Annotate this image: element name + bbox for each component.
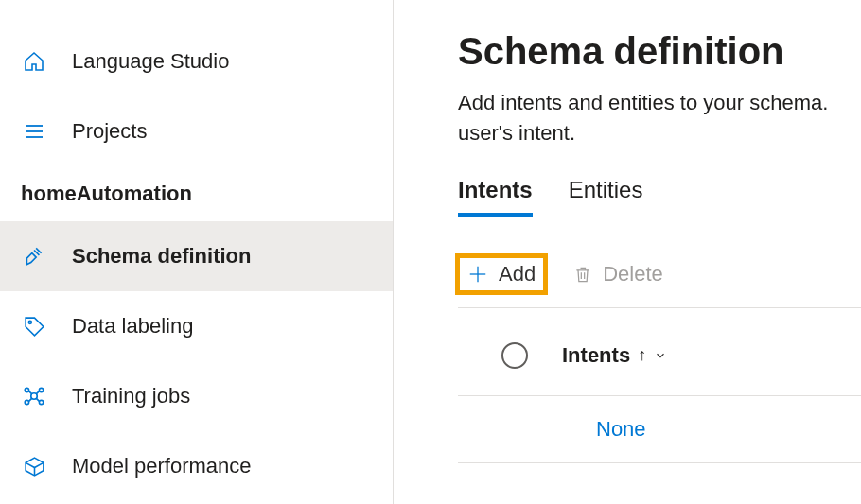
sort-ascending-icon: ↑ xyxy=(638,345,646,365)
sidebar: Language Studio Projects homeAutomation … xyxy=(0,0,394,504)
delete-button[interactable]: Delete xyxy=(564,256,673,292)
nav-label: Training jobs xyxy=(72,384,190,408)
add-label: Add xyxy=(499,262,536,287)
delete-label: Delete xyxy=(603,262,663,287)
chevron-down-icon xyxy=(654,349,667,362)
svg-point-3 xyxy=(28,321,31,323)
svg-point-6 xyxy=(39,388,43,391)
home-icon xyxy=(21,50,47,73)
nav-label: Language Studio xyxy=(72,49,229,74)
tag-icon xyxy=(21,315,47,339)
sidebar-item-schema-definition[interactable]: Schema definition xyxy=(0,221,393,291)
column-header-intents[interactable]: Intents ↑ xyxy=(562,343,667,368)
page-subtitle: Add intents and entities to your schema.… xyxy=(458,88,861,148)
svg-point-8 xyxy=(39,400,43,404)
nav-label: Projects xyxy=(72,119,147,144)
tab-bar: Intents Entities xyxy=(458,177,861,217)
table-header: Intents ↑ xyxy=(458,342,861,396)
trash-icon xyxy=(573,264,592,285)
nav-label: Model performance xyxy=(72,454,252,478)
nav-label: Data labeling xyxy=(72,314,193,339)
sidebar-item-training-jobs[interactable]: Training jobs xyxy=(0,361,393,431)
svg-line-11 xyxy=(29,398,32,401)
cube-icon xyxy=(21,455,47,478)
nav-label: Schema definition xyxy=(72,244,251,269)
svg-line-12 xyxy=(36,398,39,401)
training-icon xyxy=(21,384,47,408)
list-icon xyxy=(21,120,47,143)
main-content: Schema definition Add intents and entiti… xyxy=(394,0,861,504)
project-name: homeAutomation xyxy=(0,166,393,221)
svg-point-5 xyxy=(25,388,28,391)
schema-icon xyxy=(21,244,47,269)
plus-icon xyxy=(467,264,488,285)
sidebar-item-data-labeling[interactable]: Data labeling xyxy=(0,291,393,361)
add-button[interactable]: Add xyxy=(458,256,545,292)
table-row: None xyxy=(458,396,861,463)
page-title: Schema definition xyxy=(458,30,861,73)
select-all-radio[interactable] xyxy=(501,342,528,369)
sidebar-item-projects[interactable]: Projects xyxy=(0,96,393,166)
svg-line-10 xyxy=(36,391,39,394)
action-bar: Add Delete xyxy=(458,256,861,308)
tab-entities[interactable]: Entities xyxy=(569,177,643,217)
sidebar-item-language-studio[interactable]: Language Studio xyxy=(0,26,393,96)
tab-intents[interactable]: Intents xyxy=(458,177,533,217)
svg-point-7 xyxy=(25,400,28,404)
column-label: Intents xyxy=(562,343,630,368)
intent-link-none[interactable]: None xyxy=(596,417,646,441)
svg-line-9 xyxy=(29,391,32,394)
sidebar-item-model-performance[interactable]: Model performance xyxy=(0,431,393,501)
